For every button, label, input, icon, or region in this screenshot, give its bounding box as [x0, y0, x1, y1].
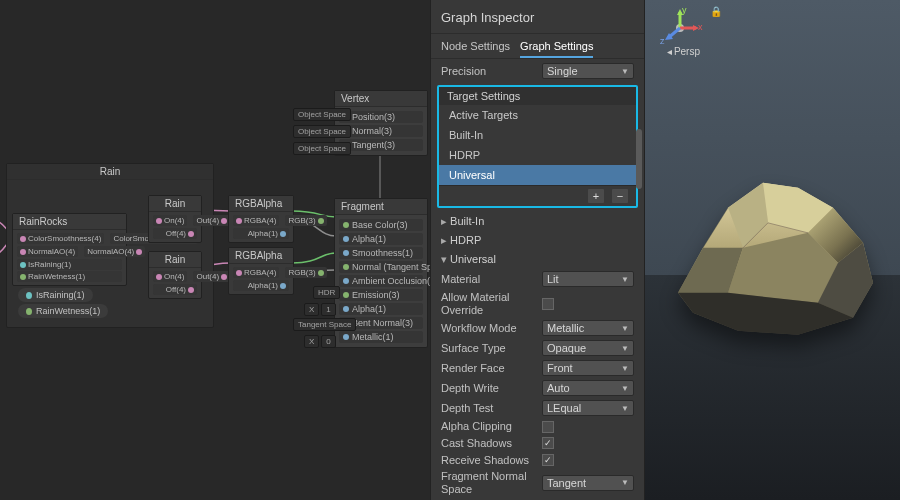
- target-item-hdrp[interactable]: HDRP: [439, 145, 636, 165]
- renderface-select[interactable]: Front▼: [542, 360, 634, 376]
- port-label: Position(3): [352, 112, 395, 122]
- port-label: Alpha(1): [248, 281, 278, 290]
- select-value: Front: [547, 362, 573, 374]
- port-label: Alpha(1): [248, 229, 278, 238]
- select-value: Metallic: [547, 322, 584, 334]
- target-item-universal[interactable]: Universal: [439, 165, 636, 185]
- castshadows-checkbox[interactable]: ✓: [542, 437, 554, 449]
- node-rain-2[interactable]: Rain On(4)Out(4) Off(4): [148, 251, 202, 299]
- port-label: RGB(3): [288, 216, 315, 225]
- node-rain-1[interactable]: Rain On(4)Out(4) Off(4): [148, 195, 202, 243]
- workflow-label: Workflow Mode: [441, 322, 536, 335]
- orientation-gizmo[interactable]: y x z: [660, 8, 700, 48]
- alphaclip-checkbox[interactable]: [542, 421, 554, 433]
- port-label: Ambient Occlusion(1): [352, 276, 430, 286]
- foldout-builtin[interactable]: Built-In: [431, 212, 644, 231]
- lock-icon[interactable]: 🔒: [710, 6, 722, 17]
- port-label: Normal(3): [352, 126, 392, 136]
- float-value[interactable]: 1: [321, 303, 335, 316]
- shader-graph-canvas[interactable]: Rain RainRocks ColorSmoothness(4)ColorSm…: [0, 0, 430, 500]
- node-rgbalpha-2[interactable]: RGBAlpha RGBA(4)RGB(3) Alpha(1): [228, 247, 294, 295]
- blackboard-pill-israining[interactable]: IsRaining(1): [18, 288, 93, 302]
- chevron-down-icon: ▼: [621, 404, 629, 413]
- chevron-down-icon: ▼: [621, 324, 629, 333]
- select-value: Auto: [547, 382, 570, 394]
- port-label: Out(4): [196, 216, 219, 225]
- node-title: Rain: [149, 252, 201, 268]
- node-rainrocks[interactable]: RainRocks ColorSmoothness(4)ColorSmoothn…: [12, 213, 127, 286]
- port-label: Normal (Tangent Space)(3): [352, 262, 430, 272]
- blackboard-pill-rainwetness[interactable]: RainWetness(1): [18, 304, 108, 318]
- node-title: RainRocks: [13, 214, 126, 230]
- tab-node-settings[interactable]: Node Settings: [441, 40, 510, 58]
- tab-graph-settings[interactable]: Graph Settings: [520, 40, 593, 58]
- float-value[interactable]: 0: [321, 335, 335, 348]
- scene-viewport[interactable]: y x z 🔒 ◂ Persp: [645, 0, 900, 500]
- port-label: Out(4): [196, 272, 219, 281]
- add-target-button[interactable]: +: [588, 189, 604, 203]
- depthtest-select[interactable]: LEqual▼: [542, 400, 634, 416]
- chevron-down-icon: ▼: [621, 384, 629, 393]
- alphaclip-label: Alpha Clipping: [441, 420, 536, 433]
- space-badge: Tangent Space: [293, 318, 356, 331]
- axis-y-label: y: [682, 5, 687, 15]
- node-rgbalpha-1[interactable]: RGBAlpha RGBA(4)RGB(3) Alpha(1): [228, 195, 294, 243]
- target-settings-title: Target Settings: [439, 87, 636, 105]
- surface-select[interactable]: Opaque▼: [542, 340, 634, 356]
- axis-label: X: [304, 335, 319, 348]
- material-select[interactable]: Lit▼: [542, 271, 634, 287]
- persp-toggle[interactable]: ◂ Persp: [667, 46, 700, 57]
- surface-label: Surface Type: [441, 342, 536, 355]
- node-title: Rain: [149, 196, 201, 212]
- rock-mesh-preview: [658, 153, 888, 355]
- port-label: RGBA(4): [244, 216, 276, 225]
- port-label: Bent Normal(3): [352, 318, 413, 328]
- pill-label: IsRaining(1): [36, 290, 85, 300]
- castshadows-label: Cast Shadows: [441, 437, 536, 450]
- node-title: Vertex: [335, 91, 427, 107]
- receiveshadows-checkbox[interactable]: ✓: [542, 454, 554, 466]
- workflow-select[interactable]: Metallic▼: [542, 320, 634, 336]
- node-title: RGBAlpha: [229, 196, 293, 212]
- active-targets-label: Active Targets: [439, 105, 636, 125]
- inspector-scrollbar[interactable]: [636, 119, 642, 490]
- remove-target-button[interactable]: −: [612, 189, 628, 203]
- dot-icon: [26, 308, 32, 315]
- port-label: IsRaining(1): [28, 260, 71, 269]
- precision-select[interactable]: Single ▼: [542, 63, 634, 79]
- chevron-down-icon: ▼: [621, 275, 629, 284]
- port-label: Smoothness(1): [352, 248, 413, 258]
- fragnormal-select[interactable]: Tangent▼: [542, 475, 634, 491]
- chevron-down-icon: ▼: [621, 478, 629, 487]
- depthtest-label: Depth Test: [441, 402, 536, 415]
- port-label: Base Color(3): [352, 220, 408, 230]
- space-badge: Object Space: [293, 142, 351, 155]
- select-value: Opaque: [547, 342, 586, 354]
- axis-x-label: x: [698, 22, 703, 32]
- chevron-down-icon: ▼: [621, 67, 629, 76]
- port-label: On(4): [164, 272, 184, 281]
- panel-title: Graph Inspector: [431, 0, 644, 34]
- depthwrite-select[interactable]: Auto▼: [542, 380, 634, 396]
- port-label: Emission(3): [352, 290, 400, 300]
- target-item-builtin[interactable]: Built-In: [439, 125, 636, 145]
- inline-float-input[interactable]: X 0: [304, 335, 336, 348]
- foldout-universal[interactable]: Universal: [431, 250, 644, 269]
- dot-icon: [26, 292, 32, 299]
- space-badge: Object Space: [293, 108, 351, 121]
- foldout-hdrp[interactable]: HDRP: [431, 231, 644, 250]
- material-label: Material: [441, 273, 536, 286]
- select-value: Lit: [547, 273, 559, 285]
- node-title: RGBAlpha: [229, 248, 293, 264]
- fragnormal-label: Fragment Normal Space: [441, 470, 536, 495]
- port-label: NormalAO(4): [28, 247, 75, 256]
- port-label: Metallic(1): [352, 332, 394, 342]
- allow-override-checkbox[interactable]: [542, 298, 554, 310]
- receiveshadows-label: Receive Shadows: [441, 454, 536, 467]
- graph-inspector-panel: Graph Inspector Node Settings Graph Sett…: [430, 0, 645, 500]
- axis-z-label: z: [660, 36, 665, 46]
- inline-float-input[interactable]: X 1: [304, 303, 336, 316]
- port-label: On(4): [164, 216, 184, 225]
- port-label: RGB(3): [288, 268, 315, 277]
- persp-label: Persp: [674, 46, 700, 57]
